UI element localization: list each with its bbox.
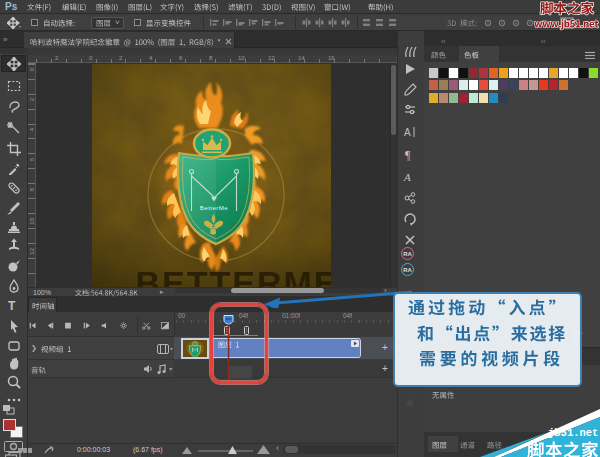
svg-text:A: A [403, 171, 411, 183]
svg-text:BETTERME: BETTERME [136, 264, 332, 287]
svg-text:BetterMe: BetterMe [200, 204, 228, 211]
svg-text:¶: ¶ [405, 148, 411, 161]
svg-text:A: A [404, 127, 411, 138]
